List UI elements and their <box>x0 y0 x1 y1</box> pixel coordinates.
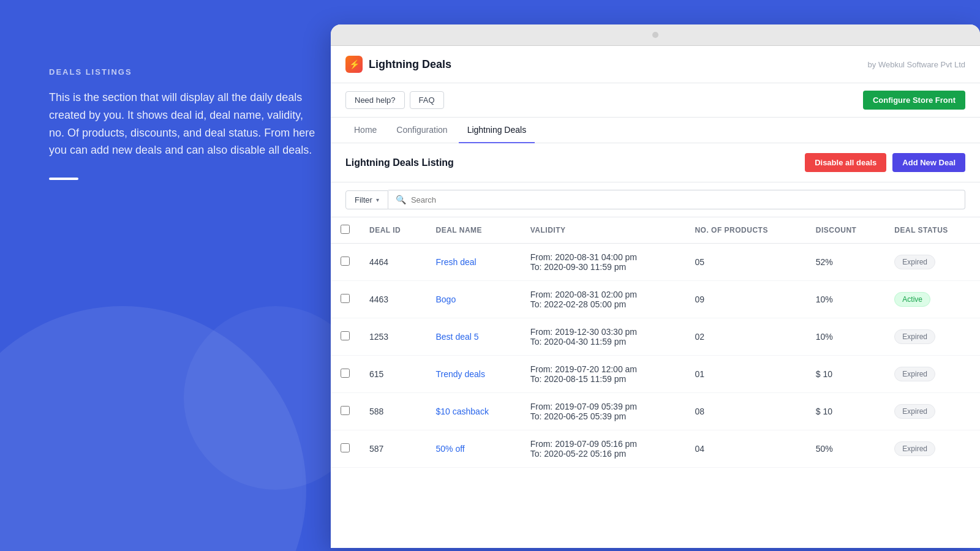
disable-all-button[interactable]: Disable all deals <box>805 153 886 172</box>
cell-discount: 10% <box>806 318 885 356</box>
deal-name-link[interactable]: Best deal 5 <box>435 332 478 342</box>
deals-table: DEAL ID DEAL NAME VALIDITY NO. OF PRODUC… <box>331 217 980 468</box>
table-row: 1253 Best deal 5 From: 2019-12-30 03:30 … <box>331 318 980 356</box>
search-input[interactable] <box>411 195 957 204</box>
cell-discount: 52% <box>806 244 885 281</box>
cell-deal-name[interactable]: Best deal 5 <box>426 318 520 356</box>
cell-validity: From: 2019-07-09 05:39 pm To: 2020-06-25… <box>521 393 685 430</box>
faq-button[interactable]: FAQ <box>410 91 444 109</box>
cell-discount: 10% <box>806 281 885 318</box>
status-badge: Expired <box>894 255 935 269</box>
help-buttons: Need help? FAQ <box>345 91 444 109</box>
row-checkbox-cell <box>331 281 360 318</box>
nav-tabs: Home Configuration Lightning Deals <box>331 118 980 143</box>
cell-deal-name[interactable]: Bogo <box>426 281 520 318</box>
cell-num-products: 02 <box>685 318 805 356</box>
deal-name-link[interactable]: Trendy deals <box>435 369 484 379</box>
cell-validity: From: 2019-12-30 03:30 pm To: 2020-04-30… <box>521 318 685 356</box>
app-title: Lightning Deals <box>369 58 451 71</box>
filter-button[interactable]: Filter ▾ <box>345 190 388 209</box>
tab-configuration[interactable]: Configuration <box>388 118 456 143</box>
cell-status: Expired <box>884 393 980 430</box>
validity-to: To: 2020-05-22 05:16 pm <box>530 449 676 459</box>
table-row: 587 50% off From: 2019-07-09 05:16 pm To… <box>331 430 980 468</box>
cell-validity: From: 2019-07-20 12:00 am To: 2020-08-15… <box>521 356 685 393</box>
cell-deal-id: 4464 <box>360 244 426 281</box>
cell-deal-name[interactable]: 50% off <box>426 430 520 468</box>
app-content: ⚡ Lightning Deals by Webkul Software Pvt… <box>331 46 980 548</box>
header-checkbox-col <box>331 217 360 244</box>
cell-discount: $ 10 <box>806 356 885 393</box>
page-title: Lightning Deals Listing <box>345 157 454 168</box>
row-checkbox[interactable] <box>341 443 350 452</box>
row-checkbox-cell <box>331 356 360 393</box>
cell-deal-name[interactable]: Fresh deal <box>426 244 520 281</box>
cell-deal-id: 615 <box>360 356 426 393</box>
row-checkbox[interactable] <box>341 294 350 303</box>
row-checkbox[interactable] <box>341 369 350 378</box>
cell-deal-id: 588 <box>360 393 426 430</box>
select-all-checkbox[interactable] <box>341 225 350 234</box>
configure-store-button[interactable]: Configure Store Front <box>863 91 965 110</box>
tab-lightning-deals[interactable]: Lightning Deals <box>459 118 535 143</box>
cell-deal-id: 587 <box>360 430 426 468</box>
row-checkbox-cell <box>331 393 360 430</box>
row-checkbox[interactable] <box>341 257 350 266</box>
cell-status: Expired <box>884 356 980 393</box>
row-checkbox-cell <box>331 244 360 281</box>
col-discount: DISCOUNT <box>806 217 885 244</box>
table-row: 615 Trendy deals From: 2019-07-20 12:00 … <box>331 356 980 393</box>
app-icon: ⚡ <box>345 56 363 73</box>
deal-name-link[interactable]: 50% off <box>435 444 464 454</box>
search-icon: 🔍 <box>396 195 406 204</box>
browser-chrome <box>331 24 980 46</box>
cell-validity: From: 2019-07-09 05:16 pm To: 2020-05-22… <box>521 430 685 468</box>
cell-discount: $ 10 <box>806 393 885 430</box>
validity-from: From: 2019-07-20 12:00 am <box>530 364 676 374</box>
table-row: 588 $10 cashback From: 2019-07-09 05:39 … <box>331 393 980 430</box>
action-buttons: Disable all deals Add New Deal <box>805 153 965 172</box>
tab-home[interactable]: Home <box>345 118 385 143</box>
need-help-button[interactable]: Need help? <box>345 91 405 109</box>
status-badge: Expired <box>894 441 935 456</box>
deal-name-link[interactable]: $10 cashback <box>435 407 488 416</box>
lightning-icon: ⚡ <box>349 59 360 69</box>
cell-discount: 50% <box>806 430 885 468</box>
row-checkbox[interactable] <box>341 406 350 415</box>
col-deal-status: DEAL STATUS <box>884 217 980 244</box>
validity-to: To: 2020-04-30 11:59 pm <box>530 337 676 347</box>
browser-mockup: ⚡ Lightning Deals by Webkul Software Pvt… <box>331 24 980 548</box>
add-new-deal-button[interactable]: Add New Deal <box>892 153 965 172</box>
cell-status: Expired <box>884 430 980 468</box>
validity-to: To: 2020-06-25 05:39 pm <box>530 411 676 421</box>
status-badge: Expired <box>894 329 935 344</box>
app-vendor: by Webkul Software Pvt Ltd <box>868 60 965 69</box>
filter-label: Filter <box>355 195 372 204</box>
cell-status: Active <box>884 281 980 318</box>
status-badge: Expired <box>894 404 935 419</box>
table-header-row: DEAL ID DEAL NAME VALIDITY NO. OF PRODUC… <box>331 217 980 244</box>
app-title-row: ⚡ Lightning Deals <box>345 56 451 73</box>
left-divider <box>49 178 78 180</box>
cell-deal-name[interactable]: $10 cashback <box>426 393 520 430</box>
deal-name-link[interactable]: Bogo <box>435 294 456 304</box>
row-checkbox[interactable] <box>341 331 350 340</box>
cell-validity: From: 2020-08-31 02:00 pm To: 2022-02-28… <box>521 281 685 318</box>
validity-from: From: 2019-07-09 05:39 pm <box>530 402 676 411</box>
cell-deal-name[interactable]: Trendy deals <box>426 356 520 393</box>
validity-to: To: 2022-02-28 05:00 pm <box>530 299 676 309</box>
row-checkbox-cell <box>331 318 360 356</box>
cell-num-products: 05 <box>685 244 805 281</box>
left-panel: DEALS LISTINGS This is the section that … <box>49 67 318 180</box>
cell-num-products: 01 <box>685 356 805 393</box>
cell-deal-id: 4463 <box>360 281 426 318</box>
cell-deal-id: 1253 <box>360 318 426 356</box>
status-badge: Active <box>894 292 930 307</box>
status-badge: Expired <box>894 367 935 381</box>
table-header: DEAL ID DEAL NAME VALIDITY NO. OF PRODUC… <box>331 217 980 244</box>
row-checkbox-cell <box>331 430 360 468</box>
chevron-down-icon: ▾ <box>376 197 379 203</box>
col-num-products: NO. OF PRODUCTS <box>685 217 805 244</box>
cell-validity: From: 2020-08-31 04:00 pm To: 2020-09-30… <box>521 244 685 281</box>
deal-name-link[interactable]: Fresh deal <box>435 257 476 267</box>
